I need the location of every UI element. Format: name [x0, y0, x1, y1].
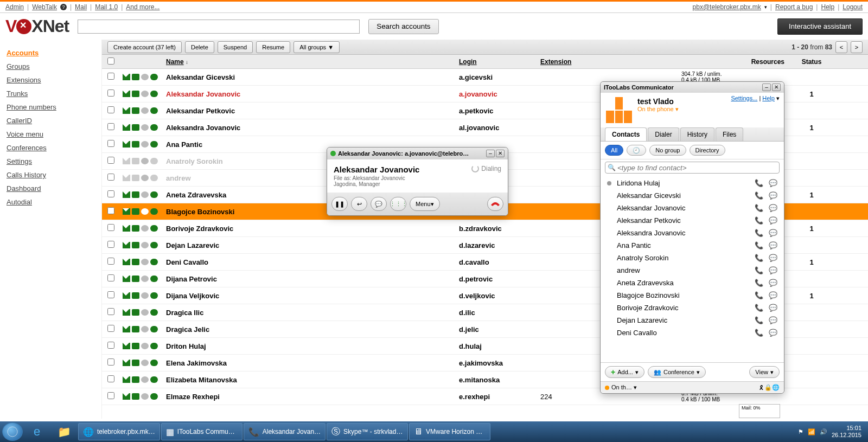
- row-checkbox[interactable]: [107, 342, 114, 349]
- row-name[interactable]: Aleksandra Jovanovic: [166, 124, 459, 132]
- chat-icon[interactable]: 💬: [769, 291, 777, 299]
- pinned-ie[interactable]: e: [24, 423, 50, 440]
- row-checkbox[interactable]: [107, 157, 114, 164]
- filter-nogroup[interactable]: No group: [649, 145, 686, 156]
- row-name[interactable]: Aleksandar Petkovic: [166, 107, 459, 115]
- tab-contacts[interactable]: Contacts: [605, 127, 647, 141]
- contact-item[interactable]: Aleksandar Petkovic 📞 💬: [601, 214, 784, 227]
- row-checkbox[interactable]: [107, 190, 114, 197]
- row-name[interactable]: Elmaze Rexhepi: [166, 393, 459, 401]
- pager-prev[interactable]: <: [835, 41, 847, 53]
- col-login[interactable]: Login: [459, 58, 477, 66]
- contact-item[interactable]: Aleksandar Gicevski 📞 💬: [601, 189, 784, 202]
- contact-item[interactable]: Blagojce Bozinovski 📞 💬: [601, 289, 784, 302]
- row-checkbox[interactable]: [107, 123, 114, 130]
- row-name[interactable]: Dragica Ilic: [166, 309, 459, 317]
- call-titlebar[interactable]: Aleksandar Jovanovic: a.jovanovic@telebr…: [327, 148, 508, 159]
- taskbar-task[interactable]: 🌐telebroker.pbx.mk…: [78, 423, 160, 440]
- row-name[interactable]: Dijana Petrovic: [166, 275, 459, 283]
- sidebar-item-accounts[interactable]: Accounts: [7, 46, 101, 60]
- topbar-more[interactable]: And more...: [126, 3, 159, 11]
- search-button[interactable]: Search accounts: [368, 19, 438, 34]
- chat-icon[interactable]: 💬: [769, 266, 777, 274]
- sidebar-item-phone-numbers[interactable]: Phone numbers: [7, 100, 101, 114]
- row-name[interactable]: Borivoje Zdravkovic: [166, 225, 459, 233]
- col-extension[interactable]: Extension: [540, 58, 571, 66]
- row-checkbox[interactable]: [107, 291, 114, 298]
- comm-minimize-button[interactable]: –: [762, 84, 771, 91]
- chat-icon[interactable]: 💬: [769, 316, 777, 324]
- tab-dialer[interactable]: Dialer: [648, 127, 679, 141]
- add-button[interactable]: +Add... ▾: [605, 366, 644, 378]
- row-checkbox[interactable]: [107, 174, 114, 181]
- dialpad-button[interactable]: ⋮⋮⋮: [390, 197, 406, 211]
- row-checkbox[interactable]: [107, 89, 114, 97]
- contact-item[interactable]: Anatroly Sorokin 📞 💬: [601, 252, 784, 264]
- chat-icon[interactable]: 💬: [769, 179, 777, 187]
- row-checkbox[interactable]: [107, 106, 114, 113]
- taskbar-task[interactable]: 🖥VMware Horizon …: [409, 423, 490, 440]
- sidebar-item-groups[interactable]: Groups: [7, 60, 101, 73]
- topbar-bug[interactable]: Report a bug: [775, 3, 813, 11]
- chat-icon[interactable]: 💬: [769, 304, 777, 312]
- filter-all[interactable]: All: [605, 145, 623, 156]
- call-icon[interactable]: 📞: [755, 204, 763, 212]
- row-checkbox[interactable]: [107, 325, 114, 332]
- chat-icon[interactable]: 💬: [769, 241, 777, 249]
- topbar-user[interactable]: pbx@telebroker.pbx.mk: [693, 3, 761, 11]
- sidebar-item-extensions[interactable]: Extensions: [7, 73, 101, 87]
- groups-dropdown[interactable]: All groups ▼: [293, 41, 340, 53]
- chat-icon[interactable]: 💬: [769, 279, 777, 287]
- row-checkbox[interactable]: [107, 241, 114, 248]
- topbar-mail[interactable]: Mail: [75, 3, 87, 11]
- call-icon[interactable]: 📞: [755, 316, 763, 324]
- clock[interactable]: 15:01 26.12.2015: [832, 425, 861, 439]
- contact-item[interactable]: Dejan Lazarevic 📞 💬: [601, 314, 784, 326]
- row-checkbox[interactable]: [107, 375, 114, 382]
- view-button[interactable]: View ▾: [749, 366, 780, 378]
- call-icon[interactable]: 📞: [755, 266, 763, 274]
- chat-icon[interactable]: 💬: [769, 216, 777, 225]
- topbar-admin[interactable]: Admin: [5, 3, 24, 11]
- row-checkbox[interactable]: [107, 358, 114, 366]
- row-checkbox[interactable]: [107, 274, 114, 281]
- row-checkbox[interactable]: [107, 140, 114, 147]
- sidebar-item-callerid[interactable]: CallerID: [7, 114, 101, 127]
- sidebar-item-trunks[interactable]: Trunks: [7, 87, 101, 100]
- filter-recent[interactable]: 🕘: [627, 145, 646, 156]
- call-icon[interactable]: 📞: [755, 291, 763, 299]
- topbar-help[interactable]: Help: [821, 3, 834, 11]
- row-checkbox[interactable]: [107, 73, 114, 80]
- comm-settings-link[interactable]: Settings...: [731, 95, 757, 101]
- sidebar-item-dashboard[interactable]: Dashboard: [7, 182, 101, 195]
- topbar-webtalk[interactable]: WebTalk: [32, 3, 57, 11]
- contact-search-input[interactable]: [605, 162, 780, 174]
- sidebar-item-settings[interactable]: Settings: [7, 155, 101, 168]
- chat-icon[interactable]: 💬: [769, 329, 777, 337]
- pinned-explorer[interactable]: 📁: [51, 423, 77, 440]
- filter-directory[interactable]: Directory: [690, 145, 725, 156]
- row-name[interactable]: Dragica Jelic: [166, 325, 459, 334]
- taskbar-task[interactable]: ▦ITooLabs Commu…: [161, 423, 242, 440]
- tab-files[interactable]: Files: [716, 127, 743, 141]
- hangup-button[interactable]: [487, 197, 503, 211]
- conference-button[interactable]: 👥 Conference ▾: [648, 366, 706, 378]
- row-name[interactable]: Elena Jakimovska: [166, 359, 459, 367]
- suspend-button[interactable]: Suspend: [218, 41, 253, 53]
- call-icon[interactable]: 📞: [755, 241, 763, 249]
- row-name[interactable]: Deni Cavallo: [166, 258, 459, 266]
- create-account-button[interactable]: Create account (37 left): [107, 41, 182, 53]
- row-name[interactable]: Dijana Veljkovic: [166, 292, 459, 300]
- topbar-mail10[interactable]: Mail 1.0: [95, 3, 118, 11]
- col-name[interactable]: Name: [166, 58, 184, 66]
- taskbar-task[interactable]: 📞Aleksandar Jovan…: [244, 423, 326, 440]
- call-icon[interactable]: 📞: [755, 191, 763, 200]
- call-icon[interactable]: 📞: [755, 279, 763, 287]
- comm-help-link[interactable]: Help: [762, 95, 775, 101]
- contact-item[interactable]: Deni Cavallo 📞 💬: [601, 326, 784, 339]
- contact-item[interactable]: Liridona Hulaj 📞 💬: [601, 177, 784, 189]
- row-name[interactable]: Aleksandar Gicevski: [166, 73, 459, 81]
- row-checkbox[interactable]: [107, 308, 114, 315]
- comm-titlebar[interactable]: ITooLabs Communicator – ✕: [601, 82, 784, 93]
- tab-history[interactable]: History: [680, 127, 714, 141]
